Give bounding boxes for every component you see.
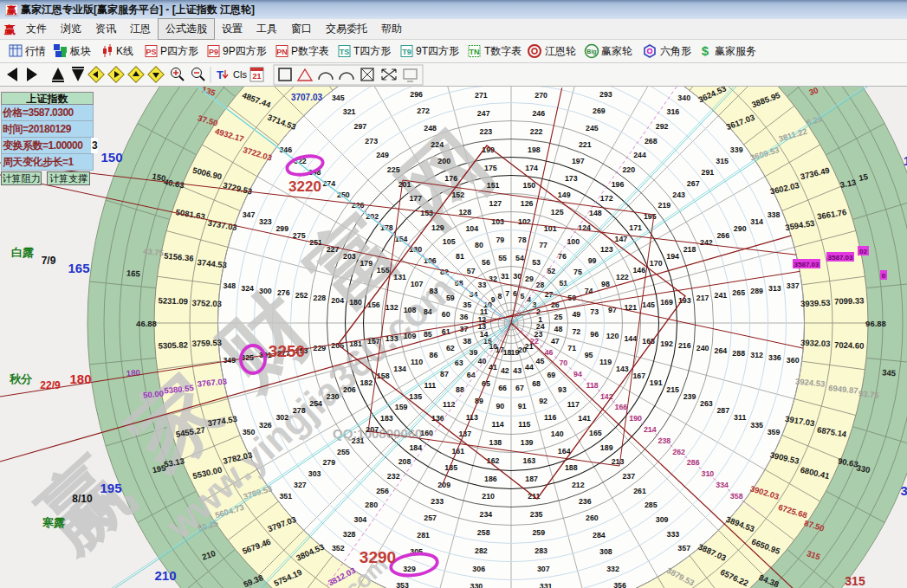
svg-text:54: 54 — [515, 254, 524, 262]
svg-text:170: 170 — [650, 259, 663, 268]
svg-text:223: 223 — [480, 127, 493, 136]
svg-text:3707.03: 3707.03 — [291, 93, 323, 102]
svg-text:290: 290 — [734, 224, 747, 233]
svg-text:174: 174 — [525, 164, 538, 172]
svg-text:164: 164 — [558, 447, 571, 456]
svg-text:128: 128 — [458, 208, 471, 216]
svg-text:210: 210 — [154, 568, 176, 583]
svg-text:248: 248 — [424, 124, 437, 132]
svg-text:43: 43 — [513, 366, 522, 375]
svg-text:146: 146 — [632, 266, 645, 275]
svg-text:273: 273 — [365, 137, 378, 145]
svg-text:62: 62 — [446, 344, 455, 352]
svg-text:15: 15 — [904, 153, 907, 168]
svg-text:140: 140 — [551, 430, 564, 438]
svg-text:148: 148 — [589, 209, 602, 217]
svg-text:60: 60 — [442, 310, 450, 319]
svg-text:327: 327 — [294, 481, 307, 489]
svg-text:244: 244 — [633, 151, 646, 159]
svg-text:266: 266 — [716, 231, 729, 240]
svg-text:150: 150 — [523, 181, 536, 190]
svg-text:163: 163 — [523, 456, 536, 465]
svg-text:220: 220 — [622, 165, 635, 174]
svg-text:180: 180 — [349, 298, 362, 307]
svg-text:9P四方形: 9P四方形 — [223, 45, 267, 57]
svg-text:8/10: 8/10 — [72, 493, 93, 505]
svg-text:238: 238 — [658, 436, 671, 445]
svg-text:150: 150 — [100, 150, 122, 165]
svg-text:145: 145 — [642, 300, 655, 309]
svg-text:353: 353 — [396, 581, 409, 588]
svg-text:153: 153 — [420, 209, 433, 217]
svg-text:224: 224 — [431, 140, 444, 149]
svg-text:313: 313 — [768, 284, 781, 293]
svg-text:118: 118 — [586, 381, 598, 390]
svg-text:262: 262 — [672, 448, 685, 456]
svg-text:337: 337 — [787, 281, 800, 290]
svg-text:3587.03: 3587.03 — [794, 261, 820, 268]
svg-text:126: 126 — [521, 199, 534, 208]
svg-text:328: 328 — [343, 530, 356, 539]
svg-text:91: 91 — [518, 402, 527, 410]
svg-text:115: 115 — [518, 420, 530, 429]
svg-text:299: 299 — [275, 224, 288, 233]
svg-text:235: 235 — [530, 510, 543, 519]
svg-text:3759.53: 3759.53 — [191, 338, 222, 348]
svg-text:5231.09: 5231.09 — [158, 295, 188, 306]
svg-text:311: 311 — [734, 413, 746, 422]
svg-text:52: 52 — [547, 267, 555, 275]
svg-text:359: 359 — [768, 428, 781, 436]
svg-text:278: 278 — [293, 406, 306, 415]
svg-text:24: 24 — [536, 322, 545, 331]
svg-text:215: 215 — [666, 385, 679, 394]
svg-text:49: 49 — [572, 310, 580, 319]
svg-text:217: 217 — [696, 294, 709, 302]
svg-text:129: 129 — [431, 223, 444, 232]
svg-text:50.00: 50.00 — [143, 388, 165, 399]
svg-text:171: 171 — [629, 223, 642, 232]
svg-text:182: 182 — [360, 378, 373, 387]
svg-text:336: 336 — [768, 353, 781, 362]
svg-text:35: 35 — [463, 300, 471, 309]
svg-text:225: 225 — [387, 165, 400, 174]
svg-text:85: 85 — [424, 330, 432, 339]
svg-text:329: 329 — [403, 565, 416, 573]
svg-text:112: 112 — [443, 400, 455, 409]
svg-text:180: 180 — [69, 372, 91, 386]
svg-text:196: 196 — [612, 180, 625, 189]
svg-text:351: 351 — [279, 492, 292, 501]
svg-text:291: 291 — [702, 168, 715, 177]
svg-text:286: 286 — [687, 458, 700, 467]
svg-text:255: 255 — [337, 448, 350, 456]
svg-text:90: 90 — [496, 402, 504, 410]
svg-text:357: 357 — [677, 544, 690, 552]
svg-text:134: 134 — [393, 365, 406, 373]
svg-text:281: 281 — [417, 531, 430, 540]
svg-text:赢: 赢 — [3, 23, 16, 36]
svg-text:200: 200 — [437, 157, 450, 165]
svg-text:3932.03: 3932.03 — [800, 338, 831, 348]
svg-text:330: 330 — [900, 483, 907, 498]
svg-text:231: 231 — [352, 436, 365, 445]
svg-text:93: 93 — [558, 385, 567, 394]
svg-text:339: 339 — [730, 145, 743, 154]
svg-text:188: 188 — [565, 463, 578, 472]
svg-text:55: 55 — [498, 254, 507, 262]
svg-text:173: 173 — [565, 174, 578, 183]
svg-text:白露: 白露 — [11, 246, 34, 259]
svg-text:寒露: 寒露 — [42, 516, 65, 529]
svg-text:348: 348 — [223, 281, 236, 290]
svg-text:239: 239 — [683, 392, 696, 401]
svg-text:219: 219 — [658, 201, 671, 210]
svg-text:7: 7 — [505, 289, 509, 298]
svg-text:155: 155 — [377, 266, 390, 275]
svg-text:86: 86 — [430, 351, 438, 359]
svg-text:276: 276 — [277, 288, 290, 297]
svg-text:260: 260 — [586, 514, 599, 522]
svg-text:272: 272 — [417, 107, 430, 115]
svg-text:67: 67 — [515, 384, 524, 392]
svg-text:308: 308 — [599, 547, 612, 556]
svg-text:117: 117 — [567, 400, 580, 409]
svg-text:314: 314 — [750, 217, 763, 226]
svg-text:38: 38 — [463, 337, 471, 346]
